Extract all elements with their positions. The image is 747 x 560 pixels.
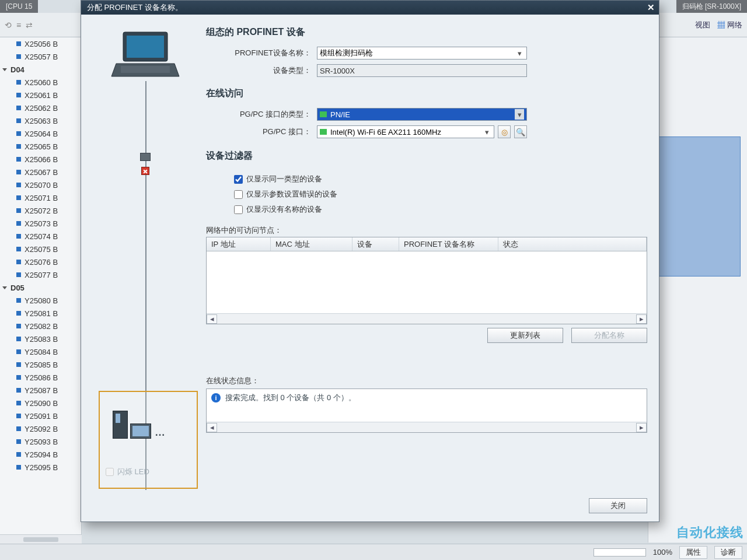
bg-net-link[interactable]: ▦ 网络 <box>717 20 742 30</box>
tab-props[interactable]: 属性 <box>679 546 707 559</box>
tree-item[interactable]: Y25087 B <box>0 384 81 397</box>
iface-search-button[interactable]: 🔍 <box>514 125 527 138</box>
project-tree[interactable]: X25056 BX25057 B D04X25060 BX25061 BX250… <box>0 37 82 542</box>
bg-title-left: [CPU 15 <box>0 0 38 13</box>
chevron-down-icon: ▾ <box>482 128 491 136</box>
statusbar: 100% 属性 诊断 <box>0 544 747 560</box>
tree-item[interactable]: Y25085 B <box>0 358 81 371</box>
tree-item[interactable]: Y25080 B <box>0 294 81 307</box>
tree-item[interactable]: Y25084 B <box>0 345 81 358</box>
iface-config-button[interactable]: ◎ <box>498 125 511 138</box>
tree-item[interactable]: Y25091 B <box>0 410 81 422</box>
close-icon[interactable]: ✕ <box>645 2 657 13</box>
devtype-field: SR-1000X <box>317 64 527 77</box>
col-ip[interactable]: IP 地址 <box>207 237 271 251</box>
tree-item[interactable]: Y25092 B <box>0 422 81 435</box>
tree-item[interactable]: X25073 B <box>0 217 81 230</box>
tree-item[interactable]: X25057 B <box>0 50 81 63</box>
tree-item[interactable]: Y25082 B <box>0 320 81 332</box>
filter-param-error-checkbox[interactable]: 仅显示参数设置错误的设备 <box>234 187 647 202</box>
status-hscroll[interactable]: ◂▸ <box>207 422 647 432</box>
update-list-button[interactable]: 更新列表 <box>487 328 563 343</box>
tree-item[interactable]: X25076 B <box>0 256 81 268</box>
filter-no-name-checkbox[interactable]: 仅显示没有名称的设备 <box>234 202 647 217</box>
zoom-value: 100% <box>653 548 672 556</box>
tree-item[interactable]: X25067 B <box>0 166 81 178</box>
tab-diag[interactable]: 诊断 <box>714 546 742 559</box>
dialog-titlebar: 分配 PROFINET 设备名称。 ✕ <box>81 1 659 15</box>
devname-select[interactable]: 模组检测扫码枪▾ <box>317 47 527 60</box>
iface-label: PG/PC 接口： <box>206 127 317 137</box>
tree-group[interactable]: D05 <box>0 281 81 294</box>
tree-item[interactable]: X25074 B <box>0 230 81 243</box>
section-online: 在线访问 <box>206 88 647 100</box>
online-status-label: 在线状态信息： <box>206 376 647 386</box>
col-pn[interactable]: PROFINET 设备名称 <box>399 237 498 251</box>
dialog-title: 分配 PROFINET 设备名称。 <box>87 2 183 13</box>
svg-rect-1 <box>127 36 164 58</box>
assign-profinet-name-dialog: 分配 PROFINET 设备名称。 ✕ … <box>81 0 659 522</box>
port-icon <box>140 153 151 161</box>
table-hscroll[interactable]: ◂▸ <box>207 313 647 324</box>
col-dev[interactable]: 设备 <box>352 237 399 251</box>
tree-item[interactable]: X25063 B <box>0 114 81 127</box>
devtype-label: 设备类型： <box>206 65 317 76</box>
tree-item[interactable]: Y25083 B <box>0 332 81 345</box>
nodes-label: 网络中的可访问节点： <box>206 225 647 236</box>
col-mac[interactable]: MAC 地址 <box>271 237 352 251</box>
tree-item[interactable]: X25061 B <box>0 89 81 102</box>
devname-label: PROFINET设备名称： <box>206 48 317 58</box>
laptop-icon <box>110 29 180 81</box>
bg-title-right: 归码枪 [SR-1000X] <box>676 0 747 13</box>
chevron-down-icon: ▾ <box>515 49 524 58</box>
tree-item[interactable]: X25070 B <box>0 178 81 191</box>
tree-item[interactable]: X25072 B <box>0 204 81 217</box>
svg-rect-2 <box>121 66 170 73</box>
status-message: 搜索完成。找到 0 个设备（共 0 个）。 <box>225 393 356 403</box>
table-header: IP 地址 MAC 地址 设备 PROFINET 设备名称 状态 <box>207 237 647 251</box>
tree-item[interactable]: X25056 B <box>0 37 81 50</box>
tree-item[interactable]: Y25094 B <box>0 448 81 461</box>
tree-item[interactable]: X25064 B <box>0 127 81 140</box>
tree-item[interactable]: X25077 B <box>0 268 81 281</box>
flash-led-checkbox[interactable]: 闪烁 LED <box>106 467 149 477</box>
tree-item[interactable]: X25060 B <box>0 76 81 89</box>
iface-type-label: PG/PC 接口的类型： <box>206 109 317 120</box>
globe-icon: ◎ <box>501 128 508 136</box>
filter-same-type-checkbox[interactable]: 仅显示同一类型的设备 <box>234 172 647 187</box>
iface-type-select[interactable]: PN/IE ▾ <box>317 108 527 121</box>
info-icon: i <box>211 393 221 402</box>
tree-item[interactable]: Y25081 B <box>0 307 81 320</box>
search-icon: 🔍 <box>516 128 525 136</box>
plc-icon: … <box>113 411 165 439</box>
tree-item[interactable]: Y25086 B <box>0 371 81 384</box>
watermark: 自动化接线 <box>676 524 743 541</box>
assign-name-button: 分配名称 <box>571 328 647 343</box>
tree-item[interactable]: Y25093 B <box>0 435 81 448</box>
tree-item[interactable]: Y25095 B <box>0 461 81 474</box>
accessible-nodes-table[interactable]: IP 地址 MAC 地址 设备 PROFINET 设备名称 状态 ◂▸ <box>206 237 647 324</box>
chevron-down-icon: ▾ <box>515 109 524 120</box>
col-status[interactable]: 状态 <box>498 237 647 251</box>
tree-item[interactable]: Y25090 B <box>0 397 81 410</box>
iface-select[interactable]: Intel(R) Wi-Fi 6E AX211 160MHz ▾ <box>317 125 494 138</box>
bg-right-panel <box>648 37 747 542</box>
tree-item[interactable]: X25071 B <box>0 191 81 204</box>
topology-panel: … 闪烁 LED <box>93 26 198 490</box>
tree-item[interactable]: X25075 B <box>0 243 81 256</box>
disconnect-icon <box>141 167 149 175</box>
tree-item[interactable]: X25065 B <box>0 140 81 153</box>
bg-view-link[interactable]: 视图 <box>695 20 710 30</box>
online-status-box: i 搜索完成。找到 0 个设备（共 0 个）。 ◂▸ <box>206 388 647 433</box>
tree-item[interactable]: X25066 B <box>0 153 81 166</box>
tree-group[interactable]: D04 <box>0 63 81 76</box>
network-device-block[interactable] <box>653 136 741 276</box>
tree-hscroll[interactable] <box>0 534 82 544</box>
close-button[interactable]: 关闭 <box>589 498 647 513</box>
section-config: 组态的 PROFINET 设备 <box>206 26 647 38</box>
section-filter: 设备过滤器 <box>206 150 647 162</box>
tree-item[interactable]: X25062 B <box>0 102 81 114</box>
bg-hscroll[interactable] <box>594 548 646 556</box>
target-device-box[interactable]: … 闪烁 LED <box>99 391 198 489</box>
